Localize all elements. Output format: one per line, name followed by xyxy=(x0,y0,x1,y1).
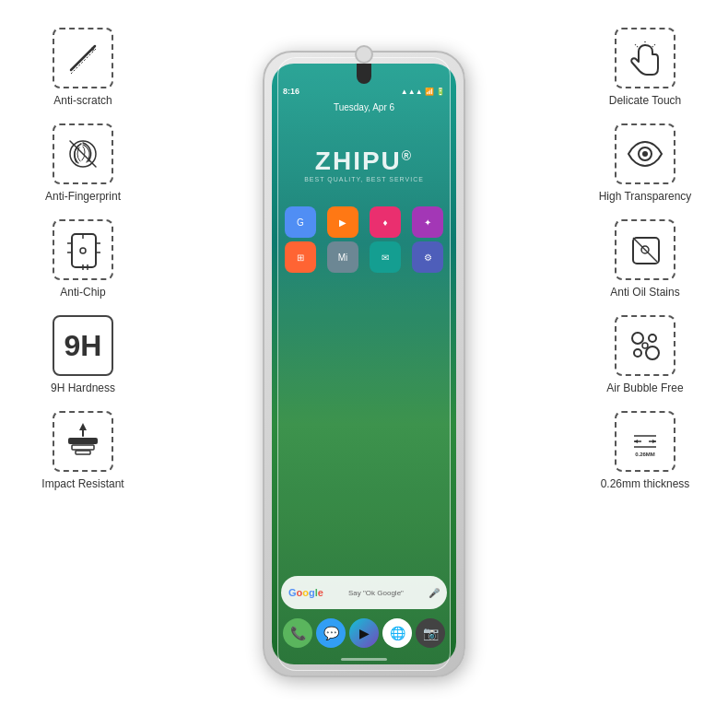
dock-chrome-icon: 🌐 xyxy=(382,618,412,648)
main-container: Anti-scratch Anti-Fingerprint xyxy=(0,0,728,728)
svg-line-17 xyxy=(634,43,638,47)
svg-point-25 xyxy=(634,349,641,357)
scratch-icon xyxy=(64,39,102,77)
svg-point-6 xyxy=(80,248,86,253)
svg-rect-5 xyxy=(72,234,96,267)
touch-icon xyxy=(625,38,665,78)
trademark: ® xyxy=(402,148,413,163)
anti-fingerprint-icon-box xyxy=(53,123,113,184)
anti-fingerprint-label: Anti-Fingerprint xyxy=(45,190,121,203)
svg-marker-31 xyxy=(634,440,638,443)
oil-icon xyxy=(625,229,665,270)
9h-text: 9H xyxy=(65,329,102,363)
app-5: Mi xyxy=(327,241,358,273)
app-6: ✉ xyxy=(370,241,401,273)
feature-anti-chip: Anti-Chip xyxy=(9,219,157,299)
delicate-touch-icon-box xyxy=(615,28,675,88)
svg-line-16 xyxy=(652,43,656,47)
dock-message-icon: 💬 xyxy=(316,618,346,648)
svg-rect-12 xyxy=(76,451,90,454)
phone-outer: 8:16 ▲▲▲ 📶 🔋 Tuesday, Apr 6 ZHIPU® BEST … xyxy=(263,51,465,677)
search-placeholder-text: Say "Ok Google" xyxy=(348,589,404,597)
app-4: ⊞ xyxy=(285,241,316,273)
phone-date: Tuesday, Apr 6 xyxy=(272,102,456,112)
dock-camera-icon: 📷 xyxy=(416,618,445,648)
thickness-icon: 0.26MM xyxy=(625,421,665,462)
bubble-icon xyxy=(625,325,665,366)
phone-screen: 8:16 ▲▲▲ 📶 🔋 Tuesday, Apr 6 ZHIPU® BEST … xyxy=(272,64,456,664)
svg-point-26 xyxy=(646,346,659,359)
app-1: ▶ xyxy=(327,206,358,238)
high-transparency-label: High Transparency xyxy=(599,190,692,203)
app-7: ⚙ xyxy=(412,241,443,273)
dock-phone-icon: 📞 xyxy=(283,618,312,648)
app-3: ✦ xyxy=(412,206,443,238)
app-grid: G ▶ ♦ ✦ ⊞ Mi ✉ ⚙ xyxy=(281,206,447,273)
svg-rect-11 xyxy=(72,445,94,450)
features-right: Delicate Touch High Transparency xyxy=(571,28,719,490)
anti-chip-icon-box xyxy=(53,219,113,280)
google-g-logo: Google xyxy=(288,587,323,598)
feature-high-transparency: High Transparency xyxy=(571,123,719,203)
phone-brand: ZHIPU® BEST QUALITY, BEST SERVICE xyxy=(272,147,456,182)
phone-dock: 📞 💬 ▶ 🌐 📷 xyxy=(281,615,447,652)
svg-rect-10 xyxy=(68,438,98,444)
svg-point-19 xyxy=(642,151,648,157)
app-2: ♦ xyxy=(370,206,401,238)
svg-marker-14 xyxy=(79,423,87,430)
svg-point-27 xyxy=(642,343,648,348)
svg-line-2 xyxy=(71,48,97,74)
anti-oil-label: Anti Oil Stains xyxy=(610,286,679,299)
home-indicator xyxy=(341,658,387,661)
impact-resistant-label: Impact Resistant xyxy=(41,477,123,490)
delicate-touch-label: Delicate Touch xyxy=(609,94,682,107)
thickness-icon-box: 0.26MM xyxy=(615,411,675,472)
feature-anti-fingerprint: Anti-Fingerprint xyxy=(9,123,157,203)
feature-thickness: 0.26MM 0.26mm thickness xyxy=(571,411,719,490)
anti-chip-label: Anti-Chip xyxy=(60,286,105,299)
phone-status-icons: ▲▲▲ 📶 🔋 xyxy=(401,88,445,96)
feature-impact-resistant: Impact Resistant xyxy=(9,411,157,490)
chip-icon xyxy=(65,229,101,270)
feature-anti-scratch: Anti-scratch xyxy=(9,28,157,107)
mic-icon: 🎤 xyxy=(429,588,440,598)
feature-anti-oil: Anti Oil Stains xyxy=(571,219,719,299)
svg-point-24 xyxy=(649,335,656,342)
eye-icon xyxy=(625,134,665,174)
svg-line-22 xyxy=(633,238,657,262)
svg-line-0 xyxy=(71,46,95,70)
brand-name: ZHIPU® xyxy=(272,147,456,176)
high-transparency-icon-box xyxy=(615,123,675,184)
features-left: Anti-scratch Anti-Fingerprint xyxy=(9,28,157,490)
svg-point-23 xyxy=(632,333,643,344)
phone-wrapper: 8:16 ▲▲▲ 📶 🔋 Tuesday, Apr 6 ZHIPU® BEST … xyxy=(263,51,465,677)
anti-oil-icon-box xyxy=(615,219,675,280)
fingerprint-icon xyxy=(63,134,103,174)
feature-air-bubble-free: Air Bubble Free xyxy=(571,315,719,394)
app-google: G xyxy=(285,206,316,238)
svg-marker-33 xyxy=(652,440,656,443)
phone-status-bar: 8:16 ▲▲▲ 📶 🔋 xyxy=(272,82,456,100)
anti-scratch-icon-box xyxy=(53,28,113,88)
feature-9h-hardness: 9H 9H Hardness xyxy=(9,315,157,394)
phone-search-bar: Google Say "Ok Google" 🎤 xyxy=(281,576,447,609)
air-bubble-icon-box xyxy=(615,315,675,376)
phone-time: 8:16 xyxy=(283,87,299,96)
waterdrop-notch xyxy=(357,64,371,84)
feature-delicate-touch: Delicate Touch xyxy=(571,28,719,107)
9h-icon-box: 9H xyxy=(53,315,113,376)
impact-icon-box xyxy=(53,411,113,472)
anti-scratch-label: Anti-scratch xyxy=(53,94,112,107)
phone-top-notch xyxy=(355,45,373,64)
brand-tagline: BEST QUALITY, BEST SERVICE xyxy=(272,176,456,182)
9h-hardness-label: 9H Hardness xyxy=(51,382,115,394)
thickness-label: 0.26mm thickness xyxy=(601,477,690,490)
impact-icon xyxy=(63,423,103,460)
air-bubble-free-label: Air Bubble Free xyxy=(606,382,683,394)
svg-text:0.26MM: 0.26MM xyxy=(635,452,655,457)
dock-play-icon: ▶ xyxy=(349,618,379,648)
